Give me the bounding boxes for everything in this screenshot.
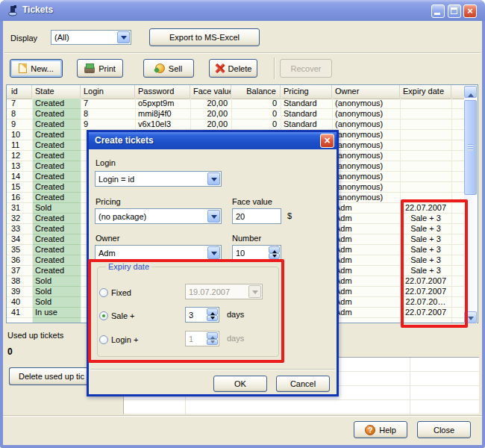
cell-state: In use <box>32 308 81 317</box>
export-to-excel-button[interactable]: Export to MS-Excel <box>149 28 260 46</box>
cell-state: Created <box>32 193 81 202</box>
ok-button[interactable]: OK <box>213 376 267 392</box>
cell-state: Created <box>32 224 81 234</box>
column-header-face_value[interactable]: Face value <box>190 85 231 98</box>
annotation-red-box-expiry-column <box>401 199 468 328</box>
chevron-down-icon[interactable] <box>207 210 220 223</box>
annotation-red-box-expiry-group <box>88 259 284 363</box>
cell-id: 31 <box>7 203 32 213</box>
cell-balance: 0 <box>231 99 281 108</box>
spin-down-icon[interactable] <box>269 253 280 260</box>
cell-pricing: Standard <box>281 119 332 129</box>
pricing-label: Pricing <box>96 197 121 206</box>
dialog-close-button[interactable]: × <box>320 134 334 148</box>
minimize-button[interactable] <box>431 4 445 18</box>
toolbar-separator <box>274 57 275 79</box>
column-header-state[interactable]: State <box>32 85 81 98</box>
minimize-icon <box>434 13 440 15</box>
cell-id: 13 <box>7 161 32 171</box>
cell-state: Created <box>32 140 81 150</box>
column-header-balance[interactable]: Balance <box>231 85 281 98</box>
scroll-up-arrow-icon[interactable] <box>464 86 477 98</box>
cell-id: 41 <box>7 308 32 317</box>
close-button[interactable]: × <box>463 4 477 18</box>
close-window-button[interactable]: Close <box>417 421 471 438</box>
cell-state: Sold <box>32 276 81 286</box>
face-value-input[interactable]: 20 <box>232 208 281 224</box>
cancel-button[interactable]: Cancel <box>276 376 330 392</box>
chevron-down-icon[interactable] <box>207 246 220 259</box>
display-filter-combobox[interactable]: (All) <box>51 30 131 45</box>
delete-button[interactable]: Delete <box>209 59 257 78</box>
owner-label: Owner <box>96 234 119 243</box>
sell-button[interactable]: Sell <box>143 59 194 78</box>
table-row[interactable]: 7Created7o5pxpt9m20,000Standard(anonymou… <box>7 99 465 109</box>
table-row[interactable]: 8Created8mmi8j4f020,000Standard(anonymou… <box>7 109 465 119</box>
cell-id: 12 <box>7 151 32 161</box>
cell-owner: Adm <box>332 297 400 307</box>
column-header-password[interactable]: Password <box>135 85 190 98</box>
cell-owner: (anonymous) <box>332 109 400 119</box>
list-column-divider <box>410 358 410 415</box>
number-stepper[interactable]: 10 <box>232 245 281 261</box>
cell-face_value: 20,00 <box>190 99 231 108</box>
cell-owner: (anonymous) <box>332 119 400 129</box>
cell-owner: Adm <box>332 276 400 286</box>
cell-owner: (anonymous) <box>332 161 400 171</box>
new-page-icon <box>19 63 27 73</box>
table-row[interactable]: 9Created9v6x10el320,000Standard(anonymou… <box>7 119 465 130</box>
cell-state: Created <box>32 266 81 276</box>
cell-state: Created <box>32 255 81 265</box>
maximize-button[interactable] <box>448 4 461 18</box>
new-ticket-button[interactable]: New... <box>10 59 63 78</box>
cell-id: 36 <box>7 255 32 265</box>
cell-id: 38 <box>7 276 32 286</box>
cell-state: Created <box>32 151 81 161</box>
login-combobox[interactable]: Login = id <box>95 171 222 187</box>
used-up-tickets-count: 0 <box>7 346 13 357</box>
cell-state: Created <box>32 99 81 108</box>
cell-state: Created <box>32 119 81 129</box>
cell-id: 34 <box>7 234 32 244</box>
help-button[interactable]: ? Help <box>354 421 407 438</box>
chevron-down-icon[interactable] <box>117 31 130 43</box>
cell-state: Sold <box>32 287 81 296</box>
recover-button[interactable]: Recover <box>280 59 332 78</box>
delete-used-up-tickets-button[interactable]: Delete used up tic <box>9 367 87 385</box>
cell-owner: Adm <box>332 255 400 265</box>
cell-owner: Adm <box>332 308 400 317</box>
owner-combobox[interactable]: Adm <box>95 245 222 261</box>
cell-id: 35 <box>7 245 32 255</box>
printer-icon <box>84 66 95 73</box>
cell-state: Sold <box>32 203 81 213</box>
scrollbar-thumb[interactable] <box>464 100 477 195</box>
cell-id: 9 <box>7 119 32 129</box>
pricing-combobox[interactable]: (no package) <box>95 208 222 224</box>
cell-state: Created <box>32 161 81 171</box>
column-header-pricing[interactable]: Pricing <box>281 85 332 98</box>
column-header-expiry[interactable]: Expiry date <box>400 85 451 98</box>
cell-state: Created <box>32 130 81 140</box>
cell-balance: 0 <box>231 109 281 119</box>
window-title: Tickets <box>22 4 53 15</box>
cell-owner: Adm <box>332 266 400 276</box>
cell-id: 39 <box>7 287 32 296</box>
cell-state: Created <box>32 182 81 192</box>
chevron-down-icon[interactable] <box>207 172 220 185</box>
column-header-owner[interactable]: Owner <box>332 85 400 98</box>
cell-id: 15 <box>7 182 32 192</box>
screen: { "window": { "title": "Tickets", "contr… <box>0 0 485 448</box>
print-button[interactable]: Print <box>77 59 123 78</box>
dialog-titlebar: Create tickets × <box>89 132 337 149</box>
currency-label: $ <box>287 211 292 220</box>
number-label: Number <box>232 234 261 243</box>
column-header-id[interactable]: id <box>7 85 32 98</box>
cell-login: 7 <box>81 99 135 108</box>
cell-face_value: 20,00 <box>190 119 231 129</box>
gold-coin-icon <box>155 63 165 73</box>
cell-face_value: 20,00 <box>190 109 231 119</box>
spin-up-icon[interactable] <box>269 246 280 253</box>
cell-balance: 0 <box>231 119 281 129</box>
column-header-login[interactable]: Login <box>81 85 135 98</box>
used-up-tickets-label: Used up tickets <box>7 331 63 340</box>
